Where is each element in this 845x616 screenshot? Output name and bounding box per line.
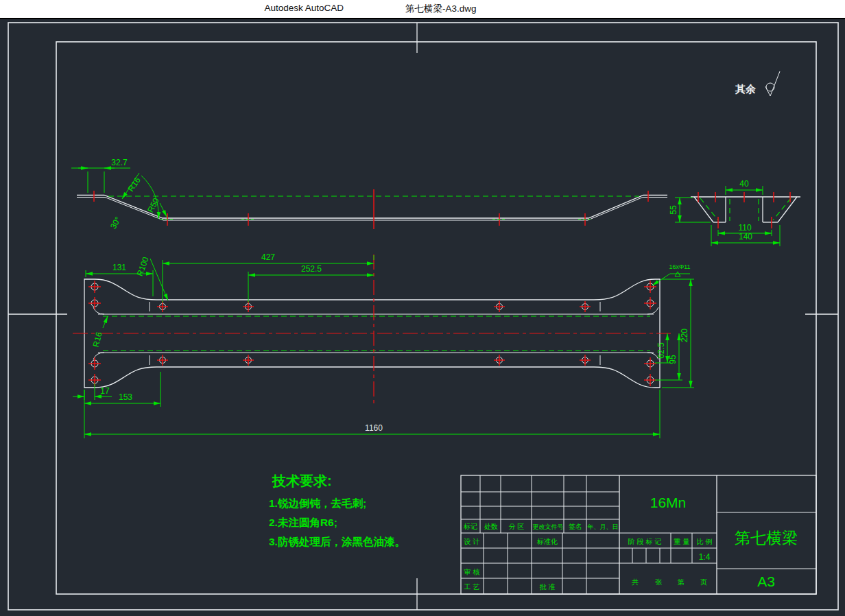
dim-17: 17 (100, 386, 110, 396)
dim-30deg: 30° (108, 215, 123, 230)
dim-40: 40 (739, 179, 749, 189)
tb-label-stage-mark: 阶 段 标 记 (628, 538, 661, 545)
tb-label-total: 共 (632, 578, 639, 586)
hole-callout: 16xΦ11 (669, 263, 690, 270)
dim-55: 55 (669, 205, 678, 215)
tech-req-title: 技术要求: (272, 473, 332, 488)
dim-32-7: 32.7 (111, 158, 128, 167)
dim-220: 220 (680, 329, 689, 342)
beam-side-outline-bottom (77, 198, 667, 221)
elevation-view: 32.7 R16 R50 30° (71, 158, 667, 230)
tech-requirements: 技术要求: 1.锐边倒钝，去毛刺; 2.未注圆角R6; 3.防锈处理后，涂黑色油… (269, 473, 405, 547)
surface-note-label: 其余 (735, 83, 757, 95)
drawing-canvas[interactable]: 其余 32.7 R16 R50 (0, 0, 845, 616)
dim-140: 140 (739, 232, 752, 241)
tb-scale-value: 1:4 (699, 552, 711, 562)
tb-label-check: 审 核 (464, 568, 480, 576)
surface-roughness-icon (765, 71, 780, 96)
section-view: 40 55 110 140 (669, 179, 800, 246)
dim-62-5: 62.5 (656, 342, 666, 359)
tb-label-process: 工 艺 (464, 583, 480, 591)
dim-427: 427 (261, 252, 275, 262)
tb-label-page: 页 (700, 578, 707, 586)
dim-131: 131 (112, 263, 126, 272)
tech-req-item: 2.未注圆角R6; (269, 517, 337, 528)
dim-1160: 1160 (365, 423, 383, 433)
tech-req-item: 3.防锈处理后，涂黑色油漆。 (269, 536, 405, 547)
tb-label-no: 第 (678, 578, 685, 586)
tb-sheet-size: A3 (757, 573, 775, 589)
dim-252-5: 252.5 (301, 264, 322, 274)
tb-label-approve: 批 准 (540, 583, 556, 591)
tb-label-weight: 重 量 (674, 538, 690, 545)
tb-label-design: 设 计 (464, 538, 480, 545)
dim-r16-elev: R16 (126, 175, 143, 193)
dim-110: 110 (738, 223, 751, 233)
tb-label-mark: 标记 (463, 523, 477, 530)
plan-view: 131 R100 427 252.5 16xΦ11 R16 220 95 62.… (73, 252, 694, 438)
inner-border (56, 42, 816, 594)
tb-label-sheets: 张 (655, 578, 662, 586)
tb-label-date: 年、月、日 (588, 523, 619, 530)
tb-label-standardize: 标准化 (536, 538, 558, 545)
title-block: 标记 处数 分 区 更改文件号 签名 年、月、日 设 计 标准化 审 核 工 艺… (461, 475, 816, 594)
tb-label-signature: 签名 (569, 523, 582, 530)
tb-label-zone: 分 区 (509, 523, 525, 530)
tb-label-scale: 比 例 (697, 538, 713, 545)
dim-r100: R100 (135, 255, 151, 277)
tech-req-item: 1.锐边倒钝，去毛刺; (269, 497, 366, 509)
dim-153: 153 (119, 392, 132, 402)
tb-material: 16Mn (650, 495, 687, 510)
tb-label-count: 处数 (484, 523, 498, 530)
tb-label-change-doc: 更改文件号 (533, 523, 564, 530)
surface-note: 其余 (735, 71, 780, 96)
tb-part-name: 第七横梁 (735, 529, 798, 547)
